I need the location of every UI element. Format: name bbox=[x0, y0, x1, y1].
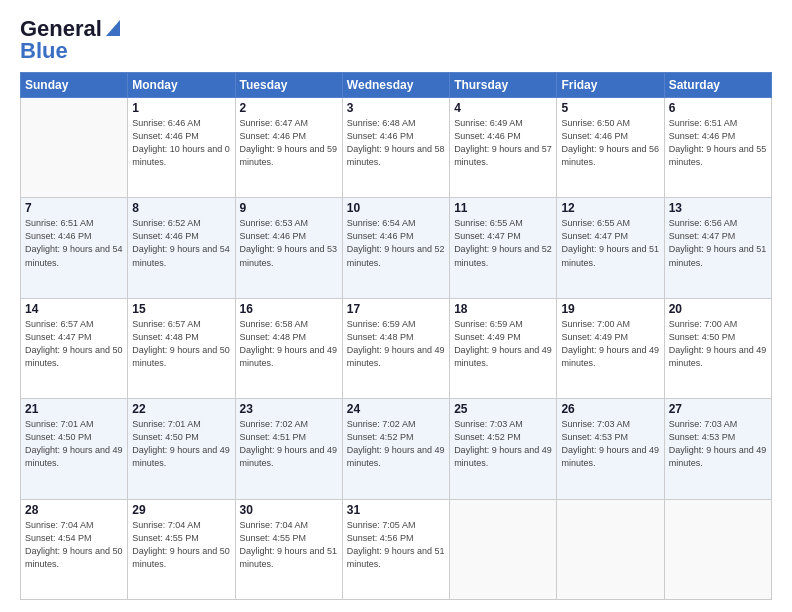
logo-blue-text: Blue bbox=[20, 40, 68, 62]
daylight-label: Daylight: 9 hours and 55 minutes. bbox=[669, 144, 767, 167]
calendar: SundayMondayTuesdayWednesdayThursdayFrid… bbox=[20, 72, 772, 600]
table-row: 8Sunrise: 6:52 AMSunset: 4:46 PMDaylight… bbox=[128, 198, 235, 298]
sunset-label: Sunset: 4:56 PM bbox=[347, 533, 414, 543]
day-number: 28 bbox=[25, 503, 123, 517]
sunset-label: Sunset: 4:46 PM bbox=[240, 231, 307, 241]
day-number: 18 bbox=[454, 302, 552, 316]
sunrise-label: Sunrise: 7:03 AM bbox=[669, 419, 738, 429]
day-number: 8 bbox=[132, 201, 230, 215]
day-info: Sunrise: 6:55 AMSunset: 4:47 PMDaylight:… bbox=[454, 217, 552, 269]
sunset-label: Sunset: 4:55 PM bbox=[240, 533, 307, 543]
sunset-label: Sunset: 4:46 PM bbox=[669, 131, 736, 141]
calendar-week-row: 7Sunrise: 6:51 AMSunset: 4:46 PMDaylight… bbox=[21, 198, 772, 298]
day-number: 15 bbox=[132, 302, 230, 316]
table-row: 7Sunrise: 6:51 AMSunset: 4:46 PMDaylight… bbox=[21, 198, 128, 298]
daylight-label: Daylight: 10 hours and 0 minutes. bbox=[132, 144, 230, 167]
daylight-label: Daylight: 9 hours and 52 minutes. bbox=[347, 244, 445, 267]
day-info: Sunrise: 7:00 AMSunset: 4:49 PMDaylight:… bbox=[561, 318, 659, 370]
day-number: 14 bbox=[25, 302, 123, 316]
day-number: 20 bbox=[669, 302, 767, 316]
table-row: 2Sunrise: 6:47 AMSunset: 4:46 PMDaylight… bbox=[235, 98, 342, 198]
table-row: 13Sunrise: 6:56 AMSunset: 4:47 PMDayligh… bbox=[664, 198, 771, 298]
sunset-label: Sunset: 4:51 PM bbox=[240, 432, 307, 442]
calendar-week-row: 21Sunrise: 7:01 AMSunset: 4:50 PMDayligh… bbox=[21, 399, 772, 499]
day-number: 27 bbox=[669, 402, 767, 416]
weekday-header-wednesday: Wednesday bbox=[342, 73, 449, 98]
day-info: Sunrise: 7:02 AMSunset: 4:52 PMDaylight:… bbox=[347, 418, 445, 470]
sunrise-label: Sunrise: 6:51 AM bbox=[25, 218, 94, 228]
sunrise-label: Sunrise: 7:02 AM bbox=[240, 419, 309, 429]
sunset-label: Sunset: 4:48 PM bbox=[347, 332, 414, 342]
table-row: 5Sunrise: 6:50 AMSunset: 4:46 PMDaylight… bbox=[557, 98, 664, 198]
table-row bbox=[21, 98, 128, 198]
daylight-label: Daylight: 9 hours and 51 minutes. bbox=[240, 546, 338, 569]
day-info: Sunrise: 6:51 AMSunset: 4:46 PMDaylight:… bbox=[25, 217, 123, 269]
daylight-label: Daylight: 9 hours and 58 minutes. bbox=[347, 144, 445, 167]
weekday-header-monday: Monday bbox=[128, 73, 235, 98]
day-info: Sunrise: 7:00 AMSunset: 4:50 PMDaylight:… bbox=[669, 318, 767, 370]
daylight-label: Daylight: 9 hours and 50 minutes. bbox=[132, 345, 230, 368]
page: General Blue SundayMondayTuesdayWednesda… bbox=[0, 0, 792, 612]
sunset-label: Sunset: 4:47 PM bbox=[561, 231, 628, 241]
table-row: 11Sunrise: 6:55 AMSunset: 4:47 PMDayligh… bbox=[450, 198, 557, 298]
sunrise-label: Sunrise: 6:48 AM bbox=[347, 118, 416, 128]
sunset-label: Sunset: 4:53 PM bbox=[669, 432, 736, 442]
day-number: 21 bbox=[25, 402, 123, 416]
day-info: Sunrise: 6:57 AMSunset: 4:48 PMDaylight:… bbox=[132, 318, 230, 370]
day-number: 29 bbox=[132, 503, 230, 517]
daylight-label: Daylight: 9 hours and 50 minutes. bbox=[25, 345, 123, 368]
day-info: Sunrise: 6:48 AMSunset: 4:46 PMDaylight:… bbox=[347, 117, 445, 169]
day-info: Sunrise: 6:58 AMSunset: 4:48 PMDaylight:… bbox=[240, 318, 338, 370]
day-info: Sunrise: 6:50 AMSunset: 4:46 PMDaylight:… bbox=[561, 117, 659, 169]
sunset-label: Sunset: 4:46 PM bbox=[454, 131, 521, 141]
logo: General Blue bbox=[20, 18, 120, 62]
day-number: 4 bbox=[454, 101, 552, 115]
day-number: 7 bbox=[25, 201, 123, 215]
svg-marker-0 bbox=[106, 20, 120, 36]
sunset-label: Sunset: 4:50 PM bbox=[669, 332, 736, 342]
day-info: Sunrise: 7:04 AMSunset: 4:55 PMDaylight:… bbox=[240, 519, 338, 571]
day-number: 13 bbox=[669, 201, 767, 215]
sunrise-label: Sunrise: 7:03 AM bbox=[454, 419, 523, 429]
daylight-label: Daylight: 9 hours and 49 minutes. bbox=[132, 445, 230, 468]
daylight-label: Daylight: 9 hours and 59 minutes. bbox=[240, 144, 338, 167]
sunrise-label: Sunrise: 7:04 AM bbox=[132, 520, 201, 530]
daylight-label: Daylight: 9 hours and 51 minutes. bbox=[669, 244, 767, 267]
sunrise-label: Sunrise: 6:56 AM bbox=[669, 218, 738, 228]
table-row: 29Sunrise: 7:04 AMSunset: 4:55 PMDayligh… bbox=[128, 499, 235, 599]
daylight-label: Daylight: 9 hours and 56 minutes. bbox=[561, 144, 659, 167]
daylight-label: Daylight: 9 hours and 49 minutes. bbox=[240, 445, 338, 468]
day-number: 9 bbox=[240, 201, 338, 215]
table-row: 1Sunrise: 6:46 AMSunset: 4:46 PMDaylight… bbox=[128, 98, 235, 198]
day-number: 30 bbox=[240, 503, 338, 517]
daylight-label: Daylight: 9 hours and 52 minutes. bbox=[454, 244, 552, 267]
weekday-header-thursday: Thursday bbox=[450, 73, 557, 98]
sunset-label: Sunset: 4:55 PM bbox=[132, 533, 199, 543]
daylight-label: Daylight: 9 hours and 50 minutes. bbox=[25, 546, 123, 569]
table-row: 4Sunrise: 6:49 AMSunset: 4:46 PMDaylight… bbox=[450, 98, 557, 198]
table-row bbox=[557, 499, 664, 599]
day-info: Sunrise: 7:01 AMSunset: 4:50 PMDaylight:… bbox=[132, 418, 230, 470]
sunset-label: Sunset: 4:53 PM bbox=[561, 432, 628, 442]
daylight-label: Daylight: 9 hours and 51 minutes. bbox=[561, 244, 659, 267]
sunrise-label: Sunrise: 6:47 AM bbox=[240, 118, 309, 128]
sunset-label: Sunset: 4:46 PM bbox=[347, 131, 414, 141]
daylight-label: Daylight: 9 hours and 49 minutes. bbox=[240, 345, 338, 368]
day-number: 17 bbox=[347, 302, 445, 316]
table-row: 3Sunrise: 6:48 AMSunset: 4:46 PMDaylight… bbox=[342, 98, 449, 198]
table-row: 17Sunrise: 6:59 AMSunset: 4:48 PMDayligh… bbox=[342, 298, 449, 398]
sunrise-label: Sunrise: 6:57 AM bbox=[25, 319, 94, 329]
logo-triangle-icon bbox=[106, 20, 120, 40]
weekday-header-friday: Friday bbox=[557, 73, 664, 98]
day-info: Sunrise: 6:46 AMSunset: 4:46 PMDaylight:… bbox=[132, 117, 230, 169]
sunset-label: Sunset: 4:49 PM bbox=[561, 332, 628, 342]
sunset-label: Sunset: 4:47 PM bbox=[25, 332, 92, 342]
day-number: 26 bbox=[561, 402, 659, 416]
sunrise-label: Sunrise: 6:55 AM bbox=[561, 218, 630, 228]
sunset-label: Sunset: 4:46 PM bbox=[25, 231, 92, 241]
sunrise-label: Sunrise: 7:03 AM bbox=[561, 419, 630, 429]
day-number: 24 bbox=[347, 402, 445, 416]
day-info: Sunrise: 6:51 AMSunset: 4:46 PMDaylight:… bbox=[669, 117, 767, 169]
table-row: 9Sunrise: 6:53 AMSunset: 4:46 PMDaylight… bbox=[235, 198, 342, 298]
daylight-label: Daylight: 9 hours and 54 minutes. bbox=[25, 244, 123, 267]
